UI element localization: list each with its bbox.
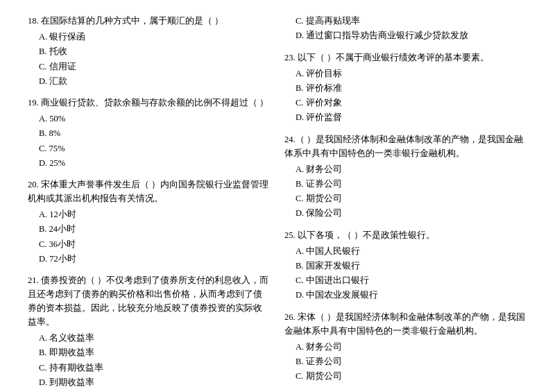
question-23: 23. 以下（ ）不属于商业银行绩效考评的基本要素。 A. 评价目标 B. 评价…: [284, 51, 527, 126]
question-19-title: 19. 商业银行贷款、贷款余额与存款余额的比例不得超过（ ）: [28, 96, 271, 110]
question-23-option-b: B. 评价标准: [296, 81, 527, 96]
question-25-option-b: B. 国家开发银行: [296, 259, 527, 273]
question-25-option-d: D. 中国农业发展银行: [296, 288, 527, 302]
right-column: C. 提高再贴现率 D. 通过窗口指导劝告商业银行减少贷款发放 23. 以下（ …: [284, 14, 527, 392]
question-21-option-a: A. 名义收益率: [39, 331, 271, 346]
question-21-option-c: C. 持有期收益率: [39, 361, 271, 375]
question-26-option-c: C. 期货公司: [296, 369, 527, 384]
question-18-option-d: D. 汇款: [39, 74, 271, 89]
question-23-option-a: A. 评价目标: [296, 67, 527, 81]
question-19-option-d: D. 25%: [39, 156, 271, 171]
question-23-title: 23. 以下（ ）不属于商业银行绩效考评的基本要素。: [284, 51, 527, 65]
question-18-option-b: B. 托收: [39, 44, 271, 59]
question-22-option-c: C. 提高再贴现率: [296, 14, 527, 28]
question-19-option-c: C. 75%: [39, 142, 271, 156]
page-content: 18. 在国际结算的几种方式中，属于顺汇的是（ ） A. 银行保函 B. 托收 …: [28, 14, 527, 392]
question-24-option-d: D. 保险公司: [296, 206, 527, 221]
question-25-option-c: C. 中国进出口银行: [296, 273, 527, 288]
question-19-option-b: B. 8%: [39, 126, 271, 141]
question-20: 20. 宋体重大声誉事件发生后（ ）内向国务院银行业监督管理机构或其派出机构报告…: [28, 178, 271, 266]
question-25-option-a: A. 中国人民银行: [296, 244, 527, 259]
question-20-option-b: B. 24小时: [39, 222, 271, 237]
question-26: 26. 宋体（ ）是我国经济体制和金融体制改革的产物，是我国金融体系中具有中国特…: [284, 310, 527, 384]
left-column: 18. 在国际结算的几种方式中，属于顺汇的是（ ） A. 银行保函 B. 托收 …: [28, 14, 271, 392]
question-23-option-d: D. 评价监督: [296, 110, 527, 125]
question-18-option-c: C. 信用证: [39, 60, 271, 74]
question-26-option-b: B. 证券公司: [296, 355, 527, 369]
question-19: 19. 商业银行贷款、贷款余额与存款余额的比例不得超过（ ） A. 50% B.…: [28, 96, 271, 171]
question-24-option-b: B. 证券公司: [296, 177, 527, 191]
question-25: 25. 以下各项，（ ）不是政策性银行。 A. 中国人民银行 B. 国家开发银行…: [284, 228, 527, 303]
question-22-option-d: D. 通过窗口指导劝告商业银行减少贷款发放: [296, 28, 527, 43]
question-22-cont: C. 提高再贴现率 D. 通过窗口指导劝告商业银行减少贷款发放: [284, 14, 527, 44]
question-18: 18. 在国际结算的几种方式中，属于顺汇的是（ ） A. 银行保函 B. 托收 …: [28, 14, 271, 89]
question-26-title: 26. 宋体（ ）是我国经济体制和金融体制改革的产物，是我国金融体系中具有中国特…: [284, 310, 527, 338]
question-21-title: 21. 债券投资的（ ）不仅考虑到了债券所支付的利息收入，而且还考虑到了债券的购…: [28, 273, 271, 329]
question-25-title: 25. 以下各项，（ ）不是政策性银行。: [284, 228, 527, 242]
question-21: 21. 债券投资的（ ）不仅考虑到了债券所支付的利息收入，而且还考虑到了债券的购…: [28, 273, 271, 390]
question-18-option-a: A. 银行保函: [39, 30, 271, 44]
question-24-option-a: A. 财务公司: [296, 162, 527, 177]
question-21-option-d: D. 到期收益率: [39, 375, 271, 390]
question-20-title: 20. 宋体重大声誉事件发生后（ ）内向国务院银行业监督管理机构或其派出机构报告…: [28, 178, 271, 205]
question-19-option-a: A. 50%: [39, 112, 271, 126]
question-20-option-c: C. 36小时: [39, 237, 271, 252]
question-18-title: 18. 在国际结算的几种方式中，属于顺汇的是（ ）: [28, 14, 271, 28]
question-23-option-c: C. 评价对象: [296, 96, 527, 110]
question-21-option-b: B. 即期收益率: [39, 346, 271, 360]
question-24-title: 24.（ ）是我国经济体制和金融体制改革的产物，是我国金融体系中具有中国特色的一…: [284, 133, 527, 160]
question-20-option-d: D. 72小时: [39, 252, 271, 266]
question-24: 24.（ ）是我国经济体制和金融体制改革的产物，是我国金融体系中具有中国特色的一…: [284, 133, 527, 221]
question-24-option-c: C. 期货公司: [296, 191, 527, 206]
question-20-option-a: A. 12小时: [39, 207, 271, 222]
question-26-option-a: A. 财务公司: [296, 340, 527, 355]
